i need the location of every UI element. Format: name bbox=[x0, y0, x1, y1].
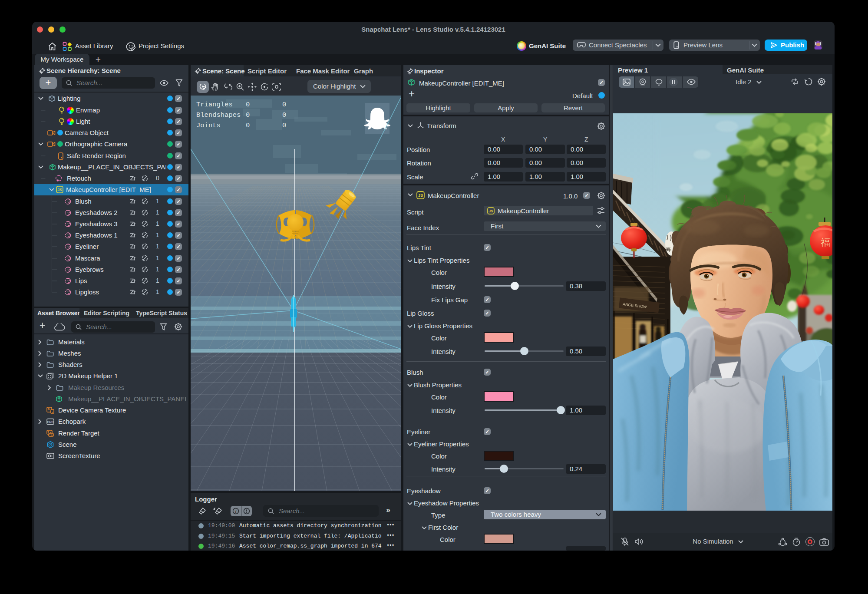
svg-text:福: 福 bbox=[820, 237, 830, 248]
svg-text:寿: 寿 bbox=[666, 247, 671, 253]
svg-text:0: 0 bbox=[282, 122, 286, 129]
svg-text:HDR: HDR bbox=[47, 420, 53, 423]
svg-text:0: 0 bbox=[246, 122, 250, 129]
svg-text:Joints: Joints bbox=[196, 122, 221, 129]
svg-text:0: 0 bbox=[282, 101, 286, 109]
svg-text:0: 0 bbox=[282, 111, 286, 119]
svg-text:0: 0 bbox=[246, 101, 250, 109]
svg-text:Triangles: Triangles bbox=[196, 101, 233, 109]
svg-text:0: 0 bbox=[246, 111, 250, 119]
svg-text:Blendshapes: Blendshapes bbox=[196, 111, 241, 119]
